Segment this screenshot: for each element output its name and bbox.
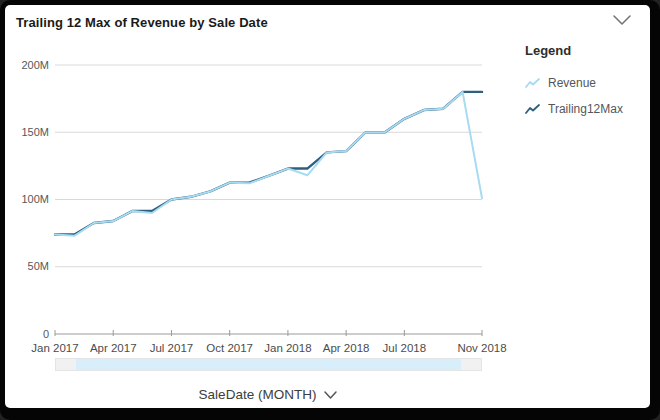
x-tick-label: Jul 2017 [150, 342, 193, 354]
x-axis-field-label: SaleDate (MONTH) [199, 387, 317, 402]
scrollbar-left-handle[interactable] [56, 359, 76, 370]
chevron-down-icon [323, 390, 338, 400]
chart-title: Trailing 12 Max of Revenue by Sale Date [16, 15, 268, 30]
legend-item-revenue[interactable]: Revenue [525, 74, 645, 92]
y-axis-label: 200M [21, 59, 49, 71]
x-tick-label: Nov 2018 [457, 342, 506, 354]
revenue-series-line[interactable] [55, 92, 482, 236]
y-axis-label: 50M [28, 260, 49, 272]
x-tick-label: Jul 2018 [383, 342, 426, 354]
revenue-line-icon [525, 78, 540, 89]
scrollbar-right-handle[interactable] [461, 359, 481, 370]
y-axis-label: 100M [21, 193, 49, 205]
collapse-card-button[interactable] [611, 10, 633, 30]
x-tick-label: Oct 2017 [206, 342, 253, 354]
x-axis-field-dropdown[interactable]: SaleDate (MONTH) [55, 387, 482, 402]
legend-title: Legend [525, 43, 645, 58]
legend-item-label: Revenue [548, 76, 596, 90]
scrollbar-selection[interactable] [76, 359, 461, 370]
x-tick-label: Jan 2017 [31, 342, 78, 354]
x-tick-label: Apr 2017 [90, 342, 137, 354]
legend-item-label: Trailing12Max [548, 102, 623, 116]
x-range-scrollbar[interactable] [55, 358, 482, 371]
legend-item-trailing12max[interactable]: Trailing12Max [525, 100, 645, 118]
chart-card: Trailing 12 Max of Revenue by Sale Date … [5, 5, 650, 408]
x-tick-label: Jan 2018 [264, 342, 311, 354]
screenshot-frame: Trailing 12 Max of Revenue by Sale Date … [0, 0, 660, 420]
chevron-down-icon [614, 16, 630, 24]
legend: Legend Revenue Trailing12Max [525, 43, 645, 126]
x-tick-label: Apr 2018 [323, 342, 370, 354]
trailing12max-line-icon [525, 104, 540, 115]
y-axis-label: 0 [43, 328, 49, 340]
y-axis-label: 150M [21, 126, 49, 138]
